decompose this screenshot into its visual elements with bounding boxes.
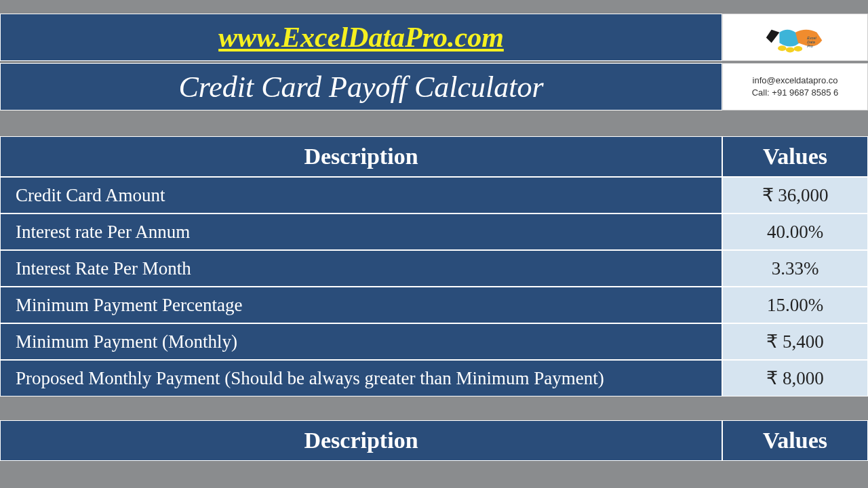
svg-text:Data: Data bbox=[807, 40, 815, 44]
svg-text:Excel: Excel bbox=[807, 35, 816, 39]
svg-point-1 bbox=[785, 47, 794, 52]
url-banner: www.ExcelDataPro.com bbox=[0, 14, 722, 61]
table-row: Interest rate Per Annum 40.00% bbox=[0, 214, 868, 250]
svg-point-2 bbox=[793, 46, 802, 52]
svg-text:Pro: Pro bbox=[807, 44, 813, 48]
page-title: Credit Card Payoff Calculator bbox=[178, 70, 543, 104]
header-values: Values bbox=[722, 420, 868, 461]
spacer bbox=[0, 113, 868, 136]
row-description: Interest Rate Per Month bbox=[0, 250, 722, 287]
handshake-logo-icon: Excel Data Pro bbox=[762, 19, 829, 56]
row-value[interactable]: ₹ 36,000 bbox=[722, 177, 868, 214]
table-row: Minimum Payment Percentage 15.00% bbox=[0, 287, 868, 323]
contact-phone: Call: +91 9687 8585 6 bbox=[752, 87, 839, 99]
title-banner: Credit Card Payoff Calculator bbox=[0, 63, 722, 110]
output-table: Description Values bbox=[0, 420, 868, 461]
url-row: www.ExcelDataPro.com Excel Data Pro bbox=[0, 14, 868, 61]
document-container: www.ExcelDataPro.com Excel Data Pro Cred… bbox=[0, 0, 868, 461]
contact-box: info@exceldatapro.co Call: +91 9687 8585… bbox=[722, 63, 868, 110]
spacer bbox=[0, 396, 868, 420]
table-header-row: Description Values bbox=[0, 136, 868, 177]
header-description: Description bbox=[0, 136, 722, 177]
row-description: Minimum Payment Percentage bbox=[0, 287, 722, 323]
row-description: Interest rate Per Annum bbox=[0, 214, 722, 250]
table-row: Credit Card Amount ₹ 36,000 bbox=[0, 177, 868, 214]
header-description: Description bbox=[0, 420, 722, 461]
row-description: Credit Card Amount bbox=[0, 177, 722, 214]
table-row: Proposed Monthly Payment (Should be alwa… bbox=[0, 360, 868, 396]
contact-email: info@exceldatapro.co bbox=[753, 75, 838, 87]
row-value[interactable]: ₹ 5,400 bbox=[722, 323, 868, 360]
title-row: Credit Card Payoff Calculator info@excel… bbox=[0, 63, 868, 110]
row-value[interactable]: 3.33% bbox=[722, 250, 868, 287]
input-table: Description Values Credit Card Amount ₹ … bbox=[0, 136, 868, 396]
row-value[interactable]: ₹ 8,000 bbox=[722, 360, 868, 396]
row-value[interactable]: 40.00% bbox=[722, 214, 868, 250]
row-description: Proposed Monthly Payment (Should be alwa… bbox=[0, 360, 722, 396]
svg-point-0 bbox=[778, 45, 787, 51]
row-description: Minimum Payment (Monthly) bbox=[0, 323, 722, 360]
row-value[interactable]: 15.00% bbox=[722, 287, 868, 323]
logo-box: Excel Data Pro bbox=[722, 14, 868, 61]
table-header-row: Description Values bbox=[0, 420, 868, 461]
header-values: Values bbox=[722, 136, 868, 177]
table-row: Minimum Payment (Monthly) ₹ 5,400 bbox=[0, 323, 868, 360]
website-url: www.ExcelDataPro.com bbox=[218, 21, 504, 54]
table-row: Interest Rate Per Month 3.33% bbox=[0, 250, 868, 287]
